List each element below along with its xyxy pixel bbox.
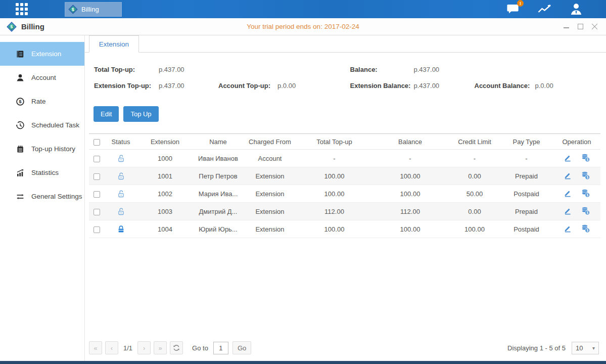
svg-text:$: $ [586,157,588,161]
go-button[interactable]: Go [232,341,251,354]
tab-extension-label: Extension [99,40,129,48]
row-checkbox[interactable] [94,191,100,198]
minimize-icon[interactable] [563,23,570,30]
ledger-icon [16,50,25,59]
topup-summary: Total Top-up: p.437.00 Extension Top-up:… [85,53,606,99]
billing-diamond-icon: $ [68,5,77,14]
messages-icon[interactable]: ! [507,3,520,15]
sidebar-item-scheduled-task[interactable]: Scheduled Task [0,113,84,137]
topup-row-icon[interactable]: $ [581,153,590,162]
close-icon[interactable] [591,23,598,30]
sidebar-item-label: Top-up History [31,145,75,153]
last-page-button[interactable]: » [154,341,167,354]
table-row: 1002 Мария Ива... Extension 100.00 100.0… [89,185,600,203]
select-all-checkbox[interactable] [94,139,100,146]
window-title: Billing [21,22,44,31]
cell-name: Юрий Юрь... [194,220,242,238]
edit-button[interactable]: Edit [94,106,119,122]
extension-balance-value: p.437.00 [414,82,475,89]
cell-extension: 1003 [136,203,194,220]
svg-text:$: $ [586,193,588,197]
app-grid-icon[interactable] [15,3,28,16]
cell-balance: 100.00 [371,185,449,203]
cell-credit-limit: - [449,150,500,167]
row-checkbox[interactable] [94,226,100,233]
cell-extension: 1002 [136,185,194,203]
sidebar-item-label: Rate [31,98,46,105]
balance-value: p.437.00 [414,66,440,73]
extension-topup-value: p.437.00 [159,82,218,89]
general-settings-icon [16,192,25,201]
cell-pay-type: Prepaid [500,203,553,220]
page-size-select[interactable]: 10 ▾ [572,342,599,354]
col-pay-type: Pay Type [500,134,553,150]
refresh-button[interactable] [170,341,183,354]
cell-name: Мария Ива... [194,185,242,203]
prev-page-button[interactable]: ‹ [105,341,118,354]
tab-extension[interactable]: Extension [89,35,139,53]
edit-row-icon[interactable] [563,189,572,198]
lock-open-icon [117,172,125,180]
chevron-down-icon: ▾ [592,345,595,351]
statistics-icon [16,168,25,177]
reports-chart-icon[interactable] [538,3,551,15]
lock-open-icon [117,154,125,163]
account-user-icon[interactable] [570,3,583,16]
account-topup-label: Account Top-up: [218,82,277,89]
cell-name: Иван Иванов [194,150,242,167]
col-status: Status [106,134,136,150]
cell-credit-limit: 0.00 [449,203,500,220]
row-checkbox[interactable] [94,173,100,180]
cell-total-topup: 100.00 [298,167,371,185]
taskbar-tab-billing[interactable]: $ Billing [65,2,122,17]
goto-label: Go to [192,344,208,352]
cell-total-topup: 100.00 [298,185,371,203]
top-up-button[interactable]: Top Up [123,106,158,122]
sidebar-item-rate[interactable]: $ Rate [0,89,84,113]
col-total-topup: Total Top-up [298,134,371,150]
trial-notice: Your trial period ends on: 2017-02-24 [0,23,606,30]
edit-row-icon[interactable] [563,224,572,233]
extension-table-body: 1000 Иван Иванов Account - - - - [89,150,600,238]
page-size-value: 10 [576,344,583,352]
edit-row-icon[interactable] [563,206,572,215]
edit-row-icon[interactable] [563,153,572,162]
taskbar-tab-label: Billing [81,6,99,13]
sidebar-item-account[interactable]: Account [0,66,84,89]
cell-charged-from: Extension [242,185,298,203]
topup-row-icon[interactable]: $ [581,189,590,198]
svg-text:$: $ [586,210,588,214]
goto-page-input[interactable] [213,342,228,354]
svg-text:$: $ [19,99,22,104]
edit-row-icon[interactable] [563,171,572,180]
refresh-icon [173,344,180,351]
topup-row-icon[interactable]: $ [581,206,590,215]
user-icon [16,73,25,82]
first-page-button[interactable]: « [89,341,102,354]
sidebar-item-general-settings[interactable]: General Settings [0,185,84,208]
title-bar: $ Billing Your trial period ends on: 201… [0,18,606,35]
svg-text:$: $ [586,175,588,179]
row-checkbox[interactable] [94,156,100,162]
sidebar-item-extension[interactable]: Extension [0,42,84,66]
total-topup-value: p.437.00 [159,66,184,73]
next-page-button[interactable]: › [137,341,151,354]
lock-open-icon [117,207,125,216]
sidebar-item-topup-history[interactable]: Top-up History [0,137,84,161]
topup-row-icon[interactable]: $ [581,224,590,233]
cell-charged-from: Extension [242,167,298,185]
cell-credit-limit: 50.00 [449,185,500,203]
cell-name: Дмитрий Д... [194,203,242,220]
row-checkbox[interactable] [94,209,100,215]
topup-row-icon[interactable]: $ [581,171,590,180]
table-header-row: Status Extension Name Charged From Total… [89,134,600,150]
cell-total-topup: - [298,150,371,167]
lock-open-icon [117,190,125,198]
sidebar-item-statistics[interactable]: Statistics [0,161,84,185]
table-row: 1004 Юрий Юрь... Extension 100.00 100.00… [89,220,600,238]
top-bar: $ Billing ! [0,0,606,18]
maximize-icon[interactable] [577,23,584,30]
topup-history-icon [16,145,25,154]
balance-label: Balance: [350,66,414,73]
account-balance-value: p.0.00 [535,82,553,89]
